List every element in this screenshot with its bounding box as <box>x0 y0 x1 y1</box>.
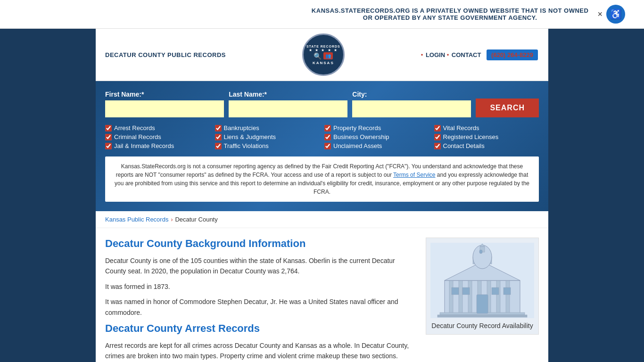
checkbox-bankruptcies-label: Bankruptcies <box>224 124 259 132</box>
logo-text-top: STATE RECORDS <box>306 45 340 48</box>
banner-text: KANSAS.STATERECORDS.ORG IS A PRIVATELY O… <box>306 7 594 21</box>
logo-icons: 🔍 👥 <box>314 52 333 60</box>
checkbox-contact-details-input[interactable] <box>434 143 441 149</box>
breadcrumb-separator: › <box>171 216 173 223</box>
checkbox-traffic-violations-label: Traffic Violations <box>224 142 269 149</box>
top-banner: KANSAS.STATERECORDS.ORG IS A PRIVATELY O… <box>0 0 644 29</box>
checkbox-registered-licenses[interactable]: Registered Licenses <box>434 133 539 140</box>
checkbox-vital-records-input[interactable] <box>434 125 441 132</box>
checkbox-arrest-records-label: Arrest Records <box>114 124 155 132</box>
first-name-input[interactable] <box>105 100 224 117</box>
checkbox-arrest-records[interactable]: Arrest Records <box>105 124 210 132</box>
checkbox-criminal-records[interactable]: Criminal Records <box>105 133 210 140</box>
content-main: Decatur County Background Information De… <box>105 238 416 362</box>
terms-link[interactable]: Terms of Service <box>393 172 435 178</box>
svg-rect-2 <box>449 280 453 313</box>
checkbox-jail-inmate-label: Jail & Inmate Records <box>114 142 174 149</box>
first-name-field-group: First Name:* <box>105 90 224 117</box>
checkbox-business-ownership-label: Business Ownership <box>333 133 389 140</box>
svg-rect-19 <box>504 288 511 295</box>
svg-rect-3 <box>459 280 462 313</box>
checkbox-jail-inmate-input[interactable] <box>105 143 112 149</box>
checkbox-business-ownership-input[interactable] <box>324 134 331 140</box>
checkbox-bankruptcies-input[interactable] <box>215 125 222 132</box>
checkbox-criminal-records-label: Criminal Records <box>114 133 161 140</box>
svg-rect-17 <box>477 295 488 313</box>
svg-rect-20 <box>462 288 470 295</box>
nav-dot1: • <box>421 51 423 58</box>
arrest-p1: Arrest records are kept for all crimes a… <box>105 340 416 362</box>
login-link[interactable]: LOGIN <box>426 51 445 58</box>
checkbox-contact-details[interactable]: Contact Details <box>434 142 539 149</box>
checkbox-unclaimed-assets-label: Unclaimed Assets <box>333 142 382 149</box>
header-nav: • LOGIN • CONTACT (620) 264-8229 <box>421 49 539 60</box>
bg-info-p1: Decatur County is one of the 105 countie… <box>105 255 416 277</box>
checkboxes-grid: Arrest Records Bankruptcies Property Rec… <box>105 124 539 149</box>
content-area: Decatur County Background Information De… <box>96 228 548 362</box>
checkbox-criminal-records-input[interactable] <box>105 134 112 140</box>
svg-rect-21 <box>492 288 499 295</box>
svg-rect-18 <box>452 288 459 295</box>
checkbox-property-records[interactable]: Property Records <box>324 124 429 132</box>
last-name-field-group: Last Name:* <box>229 90 347 117</box>
city-field-group: City: <box>352 90 471 117</box>
banner-close-button[interactable]: × <box>594 9 607 19</box>
checkbox-traffic-violations-input[interactable] <box>215 143 222 149</box>
last-name-label: Last Name:* <box>229 90 347 98</box>
svg-rect-16 <box>479 250 482 254</box>
site-title: DECATUR COUNTY PUBLIC RECORDS <box>105 51 226 58</box>
svg-rect-10 <box>438 315 527 317</box>
checkbox-liens-judgments-input[interactable] <box>215 134 222 140</box>
phone-badge: (620) 264-8229 <box>487 49 538 60</box>
checkbox-vital-records[interactable]: Vital Records <box>434 124 539 132</box>
checkbox-bankruptcies[interactable]: Bankruptcies <box>215 124 320 132</box>
arrest-title: Decatur County Arrest Records <box>105 322 416 335</box>
content-sidebar: Decatur County Record Availability <box>426 238 539 362</box>
main-wrapper: DECATUR COUNTY PUBLIC RECORDS STATE RECO… <box>96 29 548 362</box>
contact-link[interactable]: CONTACT <box>452 51 481 58</box>
svg-rect-4 <box>468 280 472 313</box>
logo-container: STATE RECORDS ★ ★ ★ ★ ★ 🔍 👥 KANSAS <box>302 33 345 76</box>
checkbox-traffic-violations[interactable]: Traffic Violations <box>215 142 320 149</box>
accessibility-button[interactable]: ♿ <box>606 5 625 24</box>
logo-kansas: KANSAS <box>313 61 334 65</box>
checkbox-liens-judgments-label: Liens & Judgments <box>224 133 276 140</box>
checkbox-unclaimed-assets[interactable]: Unclaimed Assets <box>324 142 429 149</box>
logo-search-icon: 🔍 <box>314 52 322 60</box>
checkbox-unclaimed-assets-input[interactable] <box>324 143 331 149</box>
search-fields: First Name:* Last Name:* City: SEARCH <box>105 90 539 117</box>
city-input[interactable] <box>352 100 471 117</box>
bg-info-title: Decatur County Background Information <box>105 238 416 250</box>
logo-people-icon: 👥 <box>323 52 333 59</box>
checkbox-property-records-input[interactable] <box>324 125 331 132</box>
svg-rect-8 <box>506 280 510 313</box>
checkbox-arrest-records-input[interactable] <box>105 125 112 132</box>
bg-info-p2: It was formed in 1873. <box>105 281 416 292</box>
city-label: City: <box>352 90 471 98</box>
checkbox-jail-inmate[interactable]: Jail & Inmate Records <box>105 142 210 149</box>
breadcrumb: Kansas Public Records › Decatur County <box>96 211 548 228</box>
first-name-label: First Name:* <box>105 90 224 98</box>
checkbox-registered-licenses-input[interactable] <box>434 134 441 140</box>
search-section: First Name:* Last Name:* City: SEARCH Ar… <box>96 81 548 211</box>
last-name-input[interactable] <box>229 100 347 117</box>
search-button[interactable]: SEARCH <box>476 99 539 117</box>
checkbox-liens-judgments[interactable]: Liens & Judgments <box>215 133 320 140</box>
disclaimer-box: Kansas.StateRecords.org is not a consume… <box>105 156 539 202</box>
checkbox-vital-records-label: Vital Records <box>443 124 479 132</box>
breadcrumb-link[interactable]: Kansas Public Records <box>105 216 168 223</box>
checkbox-business-ownership[interactable]: Business Ownership <box>324 133 429 140</box>
checkbox-registered-licenses-label: Registered Licenses <box>443 133 499 140</box>
logo-stars: ★ ★ ★ ★ ★ <box>309 48 338 52</box>
nav-dot2: • <box>447 51 451 58</box>
svg-rect-7 <box>496 280 500 313</box>
checkbox-property-records-label: Property Records <box>333 124 381 132</box>
accessibility-icon: ♿ <box>610 8 622 20</box>
bg-info-p3: It was named in honor of Commodore Steph… <box>105 296 416 318</box>
sidebar-caption: Decatur County Record Availability <box>431 322 533 329</box>
logo-circle: STATE RECORDS ★ ★ ★ ★ ★ 🔍 👥 KANSAS <box>302 33 345 76</box>
breadcrumb-current: Decatur County <box>175 216 217 223</box>
sidebar-image-box: Decatur County Record Availability <box>426 238 539 335</box>
site-header: DECATUR COUNTY PUBLIC RECORDS STATE RECO… <box>96 29 548 81</box>
checkbox-contact-details-label: Contact Details <box>443 142 485 149</box>
